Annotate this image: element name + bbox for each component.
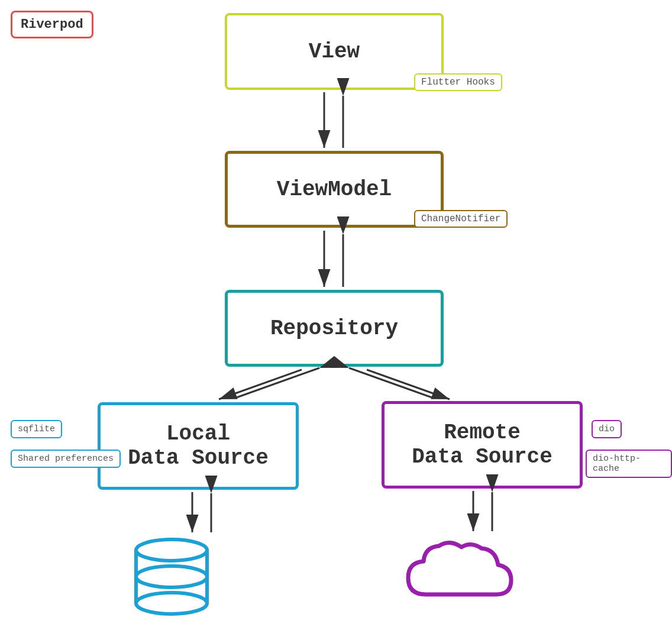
repository-box: Repository [225,290,444,367]
shared-prefs-label: Shared preferences [18,454,114,464]
database-icon [124,532,219,624]
cloud-icon [402,529,521,621]
view-box: View [225,13,444,90]
riverpod-badge: Riverpod [11,11,93,38]
svg-line-6 [219,370,302,399]
dio-http-cache-tag: dio-http-cache [586,450,672,478]
flutter-hooks-label: Flutter Hooks [421,77,495,88]
flutter-hooks-tag: Flutter Hooks [414,73,502,91]
repository-label: Repository [270,316,398,341]
remote-data-source-label: Remote Data Source [412,421,553,469]
sqflite-label: sqflite [18,424,55,434]
svg-line-8 [367,370,450,399]
riverpod-label: Riverpod [21,17,83,32]
viewmodel-label: ViewModel [277,177,392,202]
local-data-source-box: Local Data Source [98,402,299,490]
shared-prefs-tag: Shared preferences [11,450,121,468]
svg-line-7 [237,368,319,397]
viewmodel-box: ViewModel [225,151,444,228]
sqflite-tag: sqflite [11,420,62,438]
svg-line-9 [349,368,432,397]
local-data-source-label: Local Data Source [128,422,269,470]
svg-point-14 [136,539,207,561]
diagram-container: Riverpod View Flutter Hooks ViewModel Ch… [0,0,672,640]
remote-data-source-box: Remote Data Source [382,401,583,489]
svg-point-16 [136,593,207,614]
dio-tag: dio [592,420,622,438]
change-notifier-tag: ChangeNotifier [414,210,508,228]
view-label: View [309,40,360,64]
svg-point-15 [136,566,207,587]
change-notifier-label: ChangeNotifier [421,214,500,224]
dio-http-cache-label: dio-http-cache [593,454,641,474]
dio-label: dio [599,424,615,434]
